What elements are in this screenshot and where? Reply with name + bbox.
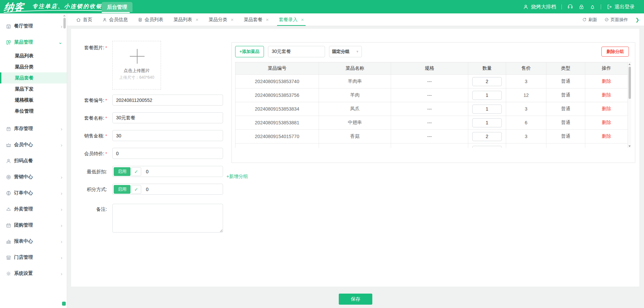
- table-scrollbar[interactable]: [628, 62, 631, 148]
- tab-combo-entry[interactable]: 套餐录入 ×: [274, 13, 309, 26]
- inventory-box-icon: [6, 126, 11, 132]
- sidebar-item-takeout[interactable]: 外卖管理 ›: [0, 201, 67, 217]
- scroll-up-arrow-icon[interactable]: [629, 63, 631, 65]
- home-icon: [76, 17, 81, 22]
- tab-member-info[interactable]: 会员信息: [97, 13, 133, 26]
- required-mark: *: [105, 98, 107, 103]
- table-row-partial: [235, 143, 628, 148]
- notification-bell-icon[interactable]: [590, 4, 595, 10]
- close-icon[interactable]: ×: [301, 17, 304, 22]
- sidebar-item-dish-dispatch[interactable]: 菜品下发: [0, 83, 67, 95]
- tab-dish-category[interactable]: 菜品分类 ×: [204, 13, 239, 26]
- globe-icon: [6, 190, 11, 196]
- group-name-input[interactable]: [268, 46, 325, 57]
- points-mode-enable-toggle[interactable]: 启用: [114, 185, 130, 194]
- points-mode-value[interactable]: 0: [146, 187, 149, 192]
- chevron-right-icon: ›: [61, 126, 62, 132]
- delete-row-link[interactable]: 删除: [585, 75, 628, 88]
- delete-row-link[interactable]: 删除: [585, 102, 628, 116]
- delete-row-link[interactable]: 删除: [585, 116, 628, 130]
- required-mark: *: [105, 116, 107, 121]
- refresh-button[interactable]: 刷新: [582, 17, 597, 23]
- logo-swoosh: [3, 9, 117, 13]
- upload-text: 点击上传图片: [113, 68, 161, 74]
- sidebar-scrollbar-thumb[interactable]: [63, 18, 66, 28]
- chevron-right-icon: ›: [61, 174, 62, 180]
- save-button[interactable]: 保存: [339, 294, 372, 305]
- delete-row-link[interactable]: 删除: [585, 88, 628, 102]
- lock-icon[interactable]: [579, 4, 584, 10]
- close-icon[interactable]: ×: [196, 17, 199, 22]
- sidebar-item-settings[interactable]: 系统设置 ›: [0, 265, 67, 282]
- combo-name-input[interactable]: [112, 112, 223, 123]
- support-headset-icon[interactable]: [567, 4, 573, 10]
- sidebar-item-scan-order[interactable]: 扫码点餐: [0, 153, 67, 169]
- gear-icon: [6, 271, 11, 276]
- points-mode-label: 积分方式:: [71, 187, 107, 193]
- sidebar-item-restaurant[interactable]: 餐厅管理 ›: [0, 18, 67, 34]
- upload-size-hint: 上传尺寸：640*640: [113, 75, 161, 80]
- scroll-up-arrow-icon[interactable]: [63, 15, 66, 16]
- qty-input[interactable]: [472, 105, 502, 114]
- scroll-down-arrow-icon[interactable]: [629, 145, 631, 147]
- tab-member-list[interactable]: 会员列表: [133, 13, 168, 26]
- min-discount-value[interactable]: 0: [146, 169, 149, 174]
- chevron-right-icon: ›: [61, 255, 62, 260]
- sale-amount-input[interactable]: [112, 130, 223, 141]
- table-scrollbar-thumb[interactable]: [629, 67, 631, 99]
- sidebar-item-dish-category[interactable]: 菜品分类: [0, 61, 67, 72]
- check-icon[interactable]: ✓: [131, 167, 141, 176]
- sidebar-item-order-center[interactable]: 订单中心 ›: [0, 185, 67, 201]
- sidebar-item-reports[interactable]: 报表中心 ›: [0, 233, 67, 249]
- add-group-link[interactable]: +新增分组: [226, 174, 248, 180]
- tab-scroll-right-icon[interactable]: ❯: [635, 17, 639, 22]
- group-type-select[interactable]: 固定分组 ▼: [329, 46, 362, 57]
- cloche-icon: [6, 206, 11, 212]
- sidebar-scrollbar[interactable]: [63, 15, 66, 306]
- logout-button[interactable]: 退出登录: [606, 4, 635, 10]
- close-icon[interactable]: ×: [231, 17, 234, 22]
- combo-code-input[interactable]: [112, 95, 223, 106]
- sidebar-item-dish-list[interactable]: 菜品列表: [0, 50, 67, 61]
- person-icon: [102, 17, 107, 22]
- table-row: 20240809154015770 香菇 --- 3 普通 删除: [235, 130, 628, 143]
- tab-dish-list[interactable]: 菜品列表 ×: [168, 13, 204, 26]
- calendar-icon: [6, 223, 11, 228]
- bar-chart-icon: [6, 239, 11, 244]
- sidebar-item-dishes[interactable]: 菜品管理 ⌄: [0, 34, 67, 50]
- sidebar-scroll-down[interactable]: [62, 302, 66, 306]
- qty-input[interactable]: [472, 91, 502, 100]
- qty-input[interactable]: [472, 77, 502, 86]
- close-icon[interactable]: ×: [266, 17, 269, 22]
- delete-row-link[interactable]: 删除: [585, 130, 628, 143]
- main-content: 套餐图片:* 点击上传图片 上传尺寸：640*640 套餐编号:* 套餐名称:*…: [67, 26, 644, 308]
- remark-textarea[interactable]: [112, 204, 223, 233]
- image-upload-box[interactable]: 点击上传图片 上传尺寸：640*640: [112, 41, 161, 89]
- user-account[interactable]: 烧烤大排档: [523, 4, 556, 10]
- sidebar-item-stores[interactable]: 门店管理 ›: [0, 249, 67, 265]
- sidebar-item-spec-template[interactable]: 规格模板: [0, 95, 67, 106]
- app-screen: 纳客 专注单店、小连锁的收银系统 后台管理 烧烤大排档 退出登录: [0, 0, 644, 308]
- check-icon[interactable]: ✓: [131, 185, 141, 194]
- chevron-right-icon: ›: [61, 190, 62, 196]
- qty-input[interactable]: [472, 132, 502, 141]
- qty-input[interactable]: [472, 146, 502, 148]
- sidebar-item-member-center[interactable]: 会员中心 ›: [0, 137, 67, 153]
- admin-nav-tab[interactable]: 后台管理: [102, 2, 132, 12]
- sidebar-item-unit-mgmt[interactable]: 单位管理: [0, 106, 67, 117]
- min-discount-enable-toggle[interactable]: 启用: [114, 167, 130, 176]
- delete-group-button[interactable]: 删除分组: [601, 47, 629, 57]
- chevron-right-icon: ›: [61, 206, 62, 212]
- user-icon: [523, 4, 529, 10]
- sidebar-item-inventory[interactable]: 库存管理 ›: [0, 121, 67, 137]
- member-price-input[interactable]: [112, 148, 223, 159]
- sale-amount-label: 销售金额:*: [71, 133, 107, 139]
- sidebar-item-dish-combo[interactable]: 菜品套餐: [0, 72, 67, 83]
- sidebar-item-marketing[interactable]: 营销中心 ›: [0, 169, 67, 185]
- page-operations-button[interactable]: 页面操作: [604, 17, 628, 23]
- qty-input[interactable]: [472, 118, 502, 127]
- tab-home[interactable]: 首页: [71, 13, 97, 26]
- tab-dish-combo[interactable]: 菜品套餐 ×: [239, 13, 274, 26]
- sidebar-item-groupbuy[interactable]: 团购管理 ›: [0, 217, 67, 233]
- add-dish-button[interactable]: +添加菜品: [235, 46, 264, 57]
